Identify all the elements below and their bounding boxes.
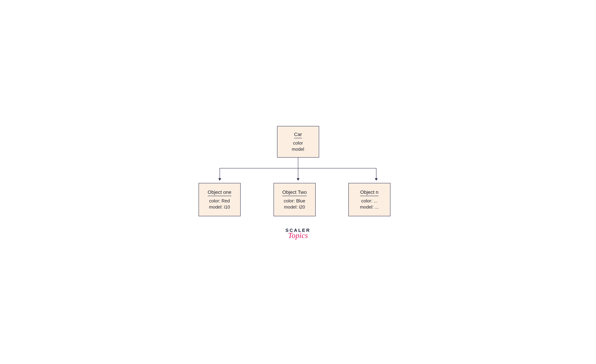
scaler-topics-logo: SCALER Topics [285, 228, 311, 238]
connector-line [298, 157, 298, 168]
class-attrs: color model [292, 140, 304, 152]
connector-line [376, 168, 376, 178]
object-attr: model: ... [360, 204, 379, 210]
object-box-n: Object n color: ... model: ... [348, 183, 390, 216]
object-attrs: color: Red model: i10 [209, 198, 230, 210]
object-attr: model: i20 [284, 204, 305, 210]
object-attr: color: Blue [284, 198, 305, 204]
object-attr: color: ... [361, 198, 377, 204]
diagram-stage: Car color model Object one color: Red mo… [175, 107, 421, 257]
object-title: Object one [208, 189, 231, 196]
object-box-two: Object Two color: Blue model: i20 [274, 183, 316, 216]
arrowhead-icon [218, 178, 221, 181]
object-attr: color: Red [209, 198, 230, 204]
object-attrs: color: ... model: ... [360, 198, 379, 210]
arrowhead-icon [375, 178, 378, 181]
class-attr: model [292, 147, 304, 152]
arrowhead-icon [297, 178, 299, 181]
class-attr: color [293, 140, 303, 146]
class-box-car: Car color model [277, 126, 319, 157]
connector-line [298, 168, 298, 178]
connector-line [220, 168, 220, 178]
object-box-one: Object one color: Red model: i10 [199, 183, 241, 216]
object-attr: model: i10 [209, 204, 230, 210]
logo-line-topics: Topics [285, 232, 311, 238]
class-title: Car [294, 132, 302, 138]
object-attrs: color: Blue model: i20 [284, 198, 305, 210]
object-title: Object n [360, 189, 378, 196]
object-title: Object Two [282, 189, 307, 196]
